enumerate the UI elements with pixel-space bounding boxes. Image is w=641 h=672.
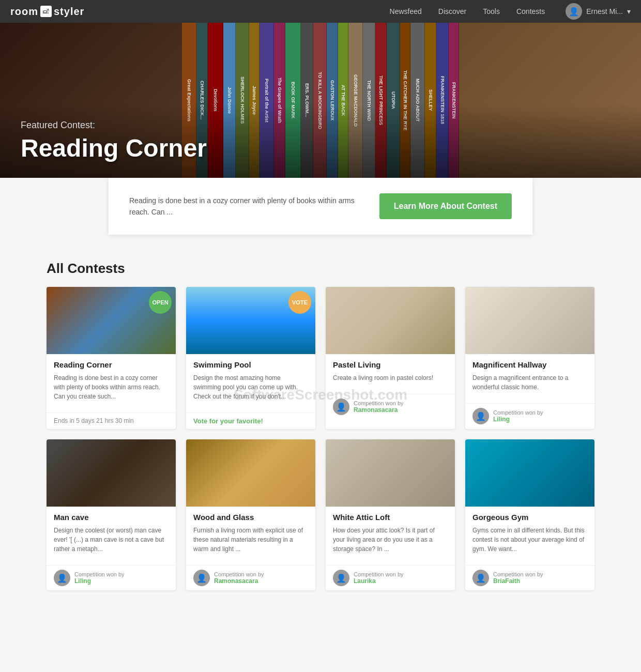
brand-text-right: styler <box>54 6 84 18</box>
navbar: room 🛋 styler Newsfeed Discover Tools Co… <box>0 0 641 23</box>
hero-banner: Great Expectations CHARLES DICK... Devot… <box>0 23 641 178</box>
card-image <box>186 439 315 507</box>
nav-links: Newsfeed Discover Tools Contests <box>390 7 545 16</box>
card-image <box>47 439 176 507</box>
winner-name[interactable]: BriaFaith <box>493 577 543 585</box>
winner-label: Competition won by <box>354 571 404 577</box>
winner-info: Competition won by Liling <box>493 409 543 423</box>
card-title: Magnificent Hallway <box>472 360 587 369</box>
ends-text: Ends in 5 days 21 hrs 30 min <box>54 417 134 424</box>
avatar: 👤 <box>566 3 582 20</box>
nav-contests[interactable]: Contests <box>516 7 545 16</box>
brand-text-left: room <box>10 6 38 18</box>
card-title: Gorgeous Gym <box>472 513 587 522</box>
brand[interactable]: room 🛋 styler <box>10 6 84 18</box>
winner-name[interactable]: Liling <box>493 416 543 423</box>
winner-info: Competition won by Laurika <box>354 571 404 585</box>
card-image: OPEN <box>47 287 176 354</box>
dropdown-icon: ▾ <box>627 7 631 16</box>
winner-info: Competition won by BriaFaith <box>493 571 543 585</box>
winner-avatar: 👤 <box>193 570 210 586</box>
contest-card: Man cave Design the coolest (or worst) m… <box>47 439 176 590</box>
card-body: Wood and Glass Furnish a living room wit… <box>186 507 315 565</box>
contest-card: VOTE Swimming Pool Design the most amazi… <box>186 287 315 429</box>
contest-info-box: Reading is done best in a cozy corner wi… <box>109 178 532 235</box>
learn-more-button[interactable]: Learn More About Contest <box>379 193 512 219</box>
winner-label: Competition won by <box>493 571 543 577</box>
winner-avatar: 👤 <box>472 408 489 424</box>
card-footer-winner: 👤 Competition won by Ramonasacara <box>326 394 455 419</box>
winner-name[interactable]: Ramonasacara <box>214 577 264 585</box>
card-description: Create a living room in pastel colors! <box>333 373 448 383</box>
card-body: Magnificent Hallway Design a magnificent… <box>465 354 594 403</box>
winner-label: Competition won by <box>74 571 125 577</box>
user-menu[interactable]: 👤 Ernest Mi... ▾ <box>566 3 631 20</box>
card-image <box>326 439 455 507</box>
winner-label: Competition won by <box>493 409 543 416</box>
all-contests-section: All Contests OPEN Reading Corner Reading… <box>36 245 605 606</box>
winner-info: Competition won by Ramonasacara <box>214 571 264 585</box>
badge-open: OPEN <box>149 291 172 314</box>
contest-card: Pastel Living Create a living room in pa… <box>326 287 455 429</box>
contest-description: Reading is done best in a cozy corner wi… <box>129 195 359 218</box>
card-footer-winner: 👤 Competition won by Liling <box>47 565 176 590</box>
card-footer-vote: Vote for your favorite! <box>186 413 315 429</box>
card-footer-winner: 👤 Competition won by Laurika <box>326 565 455 590</box>
card-image <box>465 439 594 507</box>
contest-card: Magnificent Hallway Design a magnificent… <box>465 287 594 429</box>
card-title: Man cave <box>54 513 169 522</box>
card-description: Gyms come in all different kinds. But th… <box>472 526 587 554</box>
brand-icon: 🛋 <box>40 6 52 17</box>
hero-label: Featured Contest: <box>21 120 620 131</box>
card-body: Pastel Living Create a living room in pa… <box>326 354 455 394</box>
winner-avatar: 👤 <box>333 399 349 415</box>
winner-avatar: 👤 <box>333 570 349 586</box>
contest-card: Wood and Glass Furnish a living room wit… <box>186 439 315 590</box>
card-body: Reading Corner Reading is done best in a… <box>47 354 176 413</box>
card-title: Reading Corner <box>54 360 169 369</box>
card-image: VOTE <box>186 287 315 354</box>
winner-avatar: 👤 <box>54 570 70 586</box>
contest-card: Gorgeous Gym Gyms come in all different … <box>465 439 594 590</box>
badge-vote: VOTE <box>288 291 311 314</box>
card-footer-winner: 👤 Competition won by Ramonasacara <box>186 565 315 590</box>
winner-label: Competition won by <box>214 571 264 577</box>
nav-discover[interactable]: Discover <box>438 7 466 16</box>
card-description: Reading is done best in a cozy corner wi… <box>54 373 169 401</box>
card-description: Design the most amazing home swimming po… <box>193 373 308 401</box>
card-title: White Attic Loft <box>333 513 448 522</box>
card-description: Design a magnificent entrance to a wonde… <box>472 373 587 392</box>
card-title: Pastel Living <box>333 360 448 369</box>
card-body: White Attic Loft How does your attic loo… <box>326 507 455 565</box>
winner-name[interactable]: Ramonasacara <box>354 406 404 414</box>
card-body: Man cave Design the coolest (or worst) m… <box>47 507 176 565</box>
all-contests-title: All Contests <box>47 261 594 277</box>
card-image <box>465 287 594 354</box>
nav-tools[interactable]: Tools <box>483 7 500 16</box>
card-description: How does your attic look? Is it part of … <box>333 526 448 554</box>
contest-card: White Attic Loft How does your attic loo… <box>326 439 455 590</box>
vote-link[interactable]: Vote for your favorite! <box>193 417 263 425</box>
card-body: Gorgeous Gym Gyms come in all different … <box>465 507 594 565</box>
nav-newsfeed[interactable]: Newsfeed <box>390 7 422 16</box>
winner-label: Competition won by <box>354 400 404 406</box>
user-name: Ernest Mi... <box>586 7 623 16</box>
card-title: Wood and Glass <box>193 513 308 522</box>
card-footer-winner: 👤 Competition won by BriaFaith <box>465 565 594 590</box>
contests-grid: OPEN Reading Corner Reading is done best… <box>47 287 594 590</box>
hero-title: Reading Corner <box>21 134 620 162</box>
winner-info: Competition won by Ramonasacara <box>354 400 404 414</box>
card-description: Furnish a living room with explicit use … <box>193 526 308 554</box>
card-description: Design the coolest (or worst) man cave e… <box>54 526 169 554</box>
winner-name[interactable]: Liling <box>74 577 125 585</box>
card-image <box>326 287 455 354</box>
winner-avatar: 👤 <box>472 570 489 586</box>
hero-overlay: Featured Contest: Reading Corner <box>0 104 641 178</box>
winner-info: Competition won by Liling <box>74 571 125 585</box>
card-body: Swimming Pool Design the most amazing ho… <box>186 354 315 413</box>
winner-name[interactable]: Laurika <box>354 577 404 585</box>
contest-card: OPEN Reading Corner Reading is done best… <box>47 287 176 429</box>
card-footer-ends: Ends in 5 days 21 hrs 30 min <box>47 413 176 429</box>
card-title: Swimming Pool <box>193 360 308 369</box>
card-footer-winner: 👤 Competition won by Liling <box>465 403 594 429</box>
